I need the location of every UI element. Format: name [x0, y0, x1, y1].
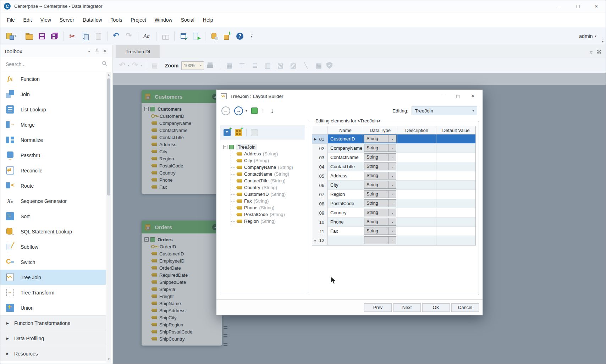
dialog-maximize-icon[interactable] [456, 93, 459, 99]
element-name-cell[interactable]: City [328, 181, 363, 190]
description-cell[interactable] [397, 199, 436, 208]
menu-item[interactable]: Server [55, 16, 78, 24]
editing-node-select[interactable]: TreeJoin [412, 106, 477, 115]
delete-node-icon[interactable] [251, 129, 258, 136]
description-cell[interactable] [397, 134, 436, 144]
tree-field-node[interactable]: CustomerID (String) [231, 191, 302, 198]
element-name-cell[interactable]: ContactTitle [328, 162, 363, 171]
add-child-node-icon[interactable] [224, 129, 231, 136]
toolbar-button[interactable] [67, 31, 78, 42]
toolbox-item[interactable]: Tree Transform [0, 285, 106, 300]
dataflow-toolbar-icon[interactable] [250, 61, 260, 70]
dropdown-arrow-icon[interactable] [389, 135, 396, 142]
toolbox-item[interactable]: Route [0, 178, 106, 193]
toolbar-button[interactable] [37, 31, 47, 42]
dropdown-arrow-icon[interactable] [389, 154, 396, 161]
dropdown-arrow-icon[interactable] [389, 200, 396, 207]
default-value-cell[interactable] [436, 162, 475, 171]
dialog-button[interactable]: Next [393, 303, 421, 312]
close-icon[interactable] [587, 0, 606, 12]
dataflow-toolbar-icon[interactable] [288, 61, 298, 70]
menu-item[interactable]: Window [150, 16, 177, 24]
toolbar-button[interactable] [142, 31, 153, 42]
pin-icon[interactable] [93, 49, 101, 54]
dialog-button[interactable]: OK [422, 303, 450, 312]
column-header[interactable]: Default Value [436, 126, 475, 134]
column-header[interactable]: Name [328, 126, 363, 134]
search-input[interactable] [5, 61, 102, 67]
toolbar-button[interactable] [235, 31, 245, 42]
row-selector-cell[interactable]: 07 [312, 190, 328, 199]
toolbox-item[interactable]: Function [0, 71, 106, 87]
dropdown-arrow-icon[interactable] [198, 64, 204, 67]
data-type-cell[interactable]: String [363, 162, 397, 171]
toolbar-button[interactable] [80, 31, 91, 42]
row-selector-cell[interactable]: 08 [312, 199, 328, 208]
element-grid-row[interactable]: 08 PostalCode String [312, 199, 475, 208]
float-window-icon[interactable] [597, 49, 601, 55]
tab-list-dropdown-icon[interactable] [590, 49, 593, 55]
row-selector-cell[interactable]: 10 [312, 217, 328, 227]
toolbox-item[interactable]: Normalize [0, 132, 106, 148]
tree-field-node[interactable]: Country (String) [231, 184, 302, 191]
default-value-cell[interactable] [436, 171, 475, 181]
toolbox-item[interactable]: Sort [0, 209, 106, 224]
dataflow-toolbar-icon[interactable] [205, 61, 215, 70]
element-name-cell[interactable]: CustomerID [328, 134, 363, 144]
toolbar-button[interactable] [222, 31, 232, 42]
toolbar-button[interactable] [49, 31, 60, 42]
tree-field-node[interactable]: ContactName (String) [231, 171, 302, 177]
data-type-cell[interactable] [363, 236, 397, 245]
data-type-cell[interactable]: String [363, 190, 397, 199]
description-cell[interactable] [397, 144, 436, 153]
dataflow-toolbar-icon[interactable] [326, 62, 332, 69]
scroll-up-icon[interactable] [108, 72, 110, 77]
row-selector-cell[interactable]: 11 [312, 227, 328, 236]
maximize-icon[interactable] [569, 0, 587, 12]
default-value-cell[interactable] [436, 153, 475, 162]
zoom-select[interactable]: 100% [181, 61, 204, 70]
element-name-cell[interactable]: ContactName [328, 153, 363, 162]
dropdown-arrow-icon[interactable] [389, 237, 396, 244]
toolbar-button[interactable] [124, 31, 134, 42]
toolbar-button[interactable] [64, 32, 64, 41]
default-value-cell[interactable] [436, 134, 475, 144]
description-cell[interactable] [397, 217, 436, 227]
menu-item[interactable]: Help [199, 16, 217, 24]
data-type-cell[interactable]: String [363, 181, 397, 190]
element-name-cell[interactable]: Address [328, 171, 363, 181]
scrollbar-thumb[interactable] [107, 78, 110, 195]
admin-user-menu[interactable]: admin [579, 33, 596, 39]
dropdown-arrow-icon[interactable] [389, 172, 396, 179]
element-name-cell[interactable]: Country [328, 208, 363, 217]
default-value-cell[interactable] [436, 227, 475, 236]
dialog-minimize-icon[interactable] [441, 93, 445, 98]
description-cell[interactable] [397, 208, 436, 217]
element-grid-row[interactable]: 09 Country String [312, 208, 475, 217]
row-selector-cell[interactable]: 09 [312, 208, 328, 217]
column-header[interactable]: Data Type [363, 126, 397, 134]
description-cell[interactable] [397, 153, 436, 162]
expander-icon[interactable] [223, 145, 227, 149]
data-type-cell[interactable]: String [363, 217, 397, 227]
default-value-cell[interactable] [436, 181, 475, 190]
toolbar-button[interactable] [107, 32, 108, 41]
element-name-cell[interactable]: Region [328, 190, 363, 199]
dataflow-toolbar-button[interactable] [119, 60, 130, 71]
toolbox-item[interactable]: Union [0, 300, 106, 315]
toolbox-item[interactable]: Reconcile [0, 163, 106, 178]
description-cell[interactable] [397, 190, 436, 199]
menu-item[interactable]: Edit [19, 16, 36, 24]
toolbox-item[interactable]: Sequence Generator [0, 193, 106, 209]
element-grid-row[interactable]: 04 ContactTitle String [312, 162, 475, 171]
default-value-cell[interactable] [436, 217, 475, 227]
dropdown-arrow-icon[interactable] [389, 218, 396, 225]
tree-field-node[interactable]: ContactTitle (String) [231, 177, 302, 184]
row-selector-cell[interactable]: 05 [312, 171, 328, 181]
toolbox-group[interactable]: Resources [0, 346, 106, 361]
toolbox-item[interactable]: Tree Join [0, 270, 106, 285]
dialog-close-icon[interactable] [471, 93, 475, 99]
menu-item[interactable]: View [36, 16, 55, 24]
dialog-button[interactable]: Cancel [451, 303, 479, 312]
element-grid-row[interactable]: 06 City String [312, 181, 475, 190]
